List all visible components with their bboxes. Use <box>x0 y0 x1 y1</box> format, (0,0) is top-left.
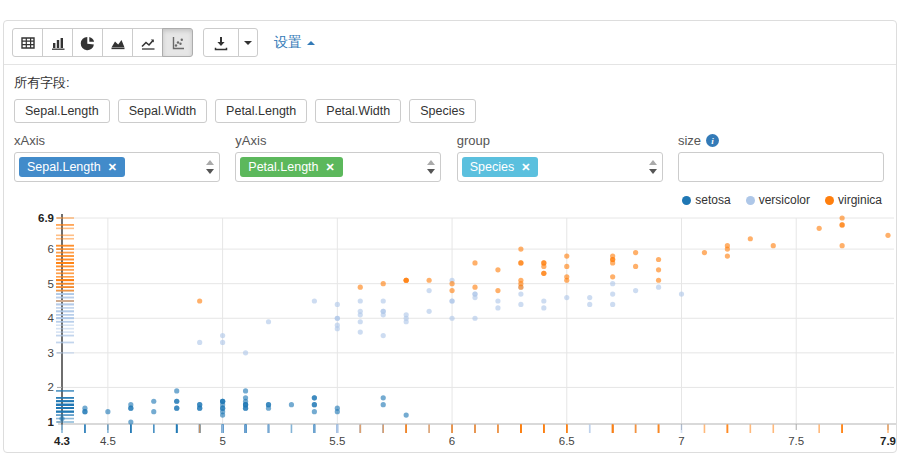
caret-down-icon <box>244 41 252 45</box>
xaxis-tag-label: Sepal.Length <box>27 160 101 174</box>
spinner-down-icon <box>649 169 657 174</box>
svg-text:4: 4 <box>48 312 55 324</box>
bar-chart-icon <box>50 35 66 51</box>
xaxis-selector: xAxis Sepal.Length ✕ <box>14 133 220 182</box>
group-label: group <box>457 133 663 148</box>
scatter-chart-icon <box>170 35 186 51</box>
info-icon: i <box>706 134 719 147</box>
svg-text:5: 5 <box>48 278 54 290</box>
svg-text:3: 3 <box>48 347 54 359</box>
yaxis-spinner[interactable] <box>427 153 435 181</box>
bar-chart-button[interactable] <box>42 28 73 57</box>
selectors-row: xAxis Sepal.Length ✕ yAxis Petal.Length … <box>4 127 896 188</box>
remove-tag-icon[interactable]: ✕ <box>108 162 117 173</box>
xaxis-select-box[interactable]: Sepal.Length ✕ <box>14 152 220 182</box>
group-spinner[interactable] <box>649 153 657 181</box>
line-chart-icon <box>140 35 156 51</box>
yaxis-selector: yAxis Petal.Length ✕ <box>235 133 441 182</box>
size-label: size i <box>678 133 884 148</box>
svg-text:1: 1 <box>48 416 55 428</box>
settings-link[interactable]: 设置 <box>274 34 315 52</box>
size-selector: size i <box>678 133 884 182</box>
spinner-up-icon <box>206 160 214 165</box>
xaxis-label: xAxis <box>14 133 220 148</box>
svg-text:2: 2 <box>48 381 54 393</box>
field-button-species[interactable]: Species <box>409 99 475 123</box>
svg-text:7.9: 7.9 <box>880 435 896 447</box>
download-dropdown-button[interactable] <box>238 28 258 57</box>
download-button[interactable] <box>203 28 239 57</box>
group-selector: group Species ✕ <box>457 133 663 182</box>
download-button-group <box>203 28 258 57</box>
download-icon <box>213 35 229 51</box>
pie-chart-icon <box>80 35 96 51</box>
svg-text:4.3: 4.3 <box>54 435 70 447</box>
xaxis-tag[interactable]: Sepal.Length ✕ <box>19 157 125 177</box>
field-button-sepal-length[interactable]: Sepal.Length <box>14 99 110 123</box>
remove-tag-icon[interactable]: ✕ <box>521 162 530 173</box>
yaxis-label: yAxis <box>235 133 441 148</box>
spinner-up-icon <box>427 160 435 165</box>
size-input[interactable] <box>678 152 884 182</box>
line-chart-button[interactable] <box>132 28 163 57</box>
svg-text:7.5: 7.5 <box>788 435 804 447</box>
table-view-button[interactable] <box>12 28 43 57</box>
svg-text:6.9: 6.9 <box>38 212 54 224</box>
svg-text:4.5: 4.5 <box>100 435 116 447</box>
yaxis-select-box[interactable]: Petal.Length ✕ <box>235 152 441 182</box>
svg-text:6: 6 <box>48 243 54 255</box>
yaxis-tag[interactable]: Petal.Length ✕ <box>240 157 342 177</box>
chart-section: setosaversicolorvirginica 4.34.555.566.5… <box>4 188 896 466</box>
group-tag-label: Species <box>470 160 514 174</box>
area-chart-icon <box>110 35 126 51</box>
area-chart-button[interactable] <box>102 28 133 57</box>
remove-tag-icon[interactable]: ✕ <box>326 162 335 173</box>
fields-label: 所有字段: <box>14 74 886 92</box>
group-tag[interactable]: Species ✕ <box>462 157 539 177</box>
toolbar: 设置 <box>4 21 896 65</box>
xaxis-spinner[interactable] <box>206 153 214 181</box>
spinner-up-icon <box>649 160 657 165</box>
pie-chart-button[interactable] <box>72 28 103 57</box>
svg-text:5.5: 5.5 <box>329 435 345 447</box>
settings-label: 设置 <box>274 34 302 52</box>
table-icon <box>20 35 36 51</box>
field-button-sepal-width[interactable]: Sepal.Width <box>118 99 207 123</box>
field-button-petal-width[interactable]: Petal.Width <box>315 99 401 123</box>
group-select-box[interactable]: Species ✕ <box>457 152 663 182</box>
yaxis-tag-label: Petal.Length <box>248 160 318 174</box>
field-button-list: Sepal.LengthSepal.WidthPetal.LengthPetal… <box>14 99 886 123</box>
field-button-petal-length[interactable]: Petal.Length <box>215 99 307 123</box>
fields-section: 所有字段: Sepal.LengthSepal.WidthPetal.Lengt… <box>4 65 896 127</box>
svg-text:7: 7 <box>678 435 684 447</box>
svg-text:6: 6 <box>449 435 455 447</box>
scatter-plot: 4.34.555.566.577.57.91234566.9 <box>4 196 896 464</box>
spinner-down-icon <box>206 169 214 174</box>
spinner-down-icon <box>427 169 435 174</box>
svg-text:5: 5 <box>219 435 225 447</box>
chart-type-button-group <box>12 28 193 57</box>
svg-text:6.5: 6.5 <box>559 435 575 447</box>
chart-builder-panel: 设置 所有字段: Sepal.LengthSepal.WidthPetal.Le… <box>3 20 897 453</box>
caret-up-icon <box>307 41 315 45</box>
scatter-chart-button[interactable] <box>162 28 193 57</box>
size-label-text: size <box>678 133 701 148</box>
